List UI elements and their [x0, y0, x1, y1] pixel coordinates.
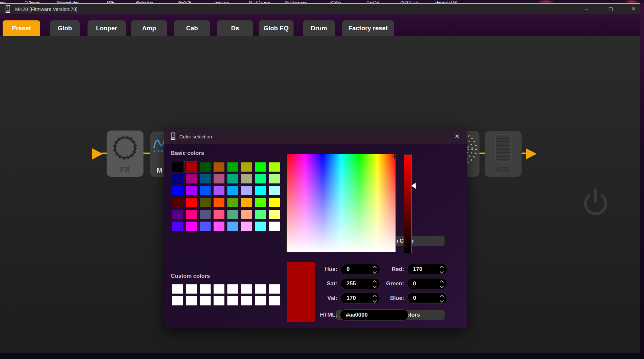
basic-color-swatch[interactable] [214, 174, 224, 183]
tab-cab[interactable]: Cab [174, 20, 210, 36]
custom-color-swatch[interactable] [241, 284, 252, 294]
spin-down-icon[interactable] [440, 299, 444, 303]
red-spinner[interactable] [440, 266, 443, 273]
basic-color-swatch[interactable] [269, 162, 280, 172]
basic-color-swatch[interactable] [172, 186, 183, 195]
custom-color-swatch[interactable] [186, 284, 197, 294]
basic-color-swatch[interactable] [200, 162, 211, 172]
tab-glob[interactable]: Glob [50, 20, 80, 36]
tab-ds[interactable]: Ds [217, 20, 253, 36]
basic-color-swatch[interactable] [172, 174, 183, 183]
green-input[interactable]: 0 [407, 278, 447, 289]
custom-color-swatch[interactable] [255, 284, 266, 294]
custom-color-swatch[interactable] [255, 296, 266, 305]
basic-color-swatch[interactable] [255, 162, 266, 172]
tab-preset[interactable]: Preset [3, 20, 40, 36]
basic-color-swatch[interactable] [269, 222, 280, 231]
spin-up-icon[interactable] [440, 295, 444, 299]
custom-color-swatch[interactable] [269, 284, 280, 294]
custom-color-swatch[interactable] [227, 296, 238, 305]
basic-color-swatch[interactable] [214, 198, 224, 207]
basic-color-swatch[interactable] [269, 174, 280, 183]
green-spinner[interactable] [440, 281, 443, 288]
basic-color-swatch[interactable] [227, 174, 238, 183]
tab-looper[interactable]: Looper [88, 20, 126, 36]
basic-color-swatch[interactable] [186, 174, 197, 183]
spin-down-icon[interactable] [440, 270, 444, 274]
basic-color-swatch[interactable] [269, 210, 280, 219]
basic-color-swatch[interactable] [186, 210, 197, 219]
basic-color-swatch[interactable] [227, 186, 238, 195]
minimize-button[interactable]: – [580, 4, 593, 14]
custom-color-swatch[interactable] [200, 284, 211, 294]
blue-spinner[interactable] [440, 295, 443, 302]
tab-amp[interactable]: Amp [131, 20, 167, 36]
custom-color-swatch[interactable] [200, 296, 211, 305]
basic-color-swatch[interactable] [200, 210, 211, 219]
basic-color-swatch[interactable] [186, 162, 197, 172]
basic-color-swatch[interactable] [255, 174, 266, 183]
basic-color-swatch[interactable] [214, 222, 224, 231]
tab-drum[interactable]: Drum [303, 20, 335, 36]
close-button[interactable]: ✕ [627, 4, 640, 14]
basic-color-swatch[interactable] [227, 162, 238, 172]
blue-input[interactable]: 0 [407, 293, 447, 304]
custom-color-swatch[interactable] [214, 296, 224, 305]
dialog-titlebar[interactable]: Color selection ✕ [164, 129, 467, 144]
hue-value: 0 [347, 266, 349, 273]
tab-factory-reset[interactable]: Factory reset [342, 20, 394, 36]
desktop-icon-label: rem [0, 0, 6, 3]
hue-saturation-picker[interactable] [286, 154, 396, 252]
basic-color-swatch[interactable] [241, 198, 252, 207]
basic-color-swatch[interactable] [172, 222, 183, 231]
basic-color-swatch[interactable] [200, 174, 211, 183]
basic-color-swatch[interactable] [269, 198, 280, 207]
dialog-close-button[interactable]: ✕ [451, 129, 464, 144]
chain-block-fx[interactable]: FX [107, 131, 143, 177]
maximize-button[interactable]: ▢ [604, 4, 617, 14]
basic-color-swatch[interactable] [241, 186, 252, 195]
custom-color-swatch[interactable] [214, 284, 224, 294]
custom-color-swatch[interactable] [241, 296, 252, 305]
basic-color-swatch[interactable] [255, 222, 266, 231]
basic-color-swatch[interactable] [241, 174, 252, 183]
basic-color-swatch[interactable] [227, 210, 238, 219]
custom-color-swatch[interactable] [227, 284, 238, 294]
basic-color-swatch[interactable] [200, 186, 211, 195]
spin-up-icon[interactable] [440, 266, 444, 270]
power-icon[interactable] [579, 186, 612, 220]
basic-color-swatch[interactable] [214, 186, 224, 195]
basic-color-swatch[interactable] [186, 222, 197, 231]
basic-color-swatch[interactable] [172, 162, 183, 172]
basic-color-swatch[interactable] [227, 222, 238, 231]
custom-color-swatch[interactable] [172, 296, 183, 305]
custom-color-swatch[interactable] [269, 296, 280, 305]
basic-color-swatch[interactable] [241, 222, 252, 231]
basic-color-swatch[interactable] [255, 210, 266, 219]
basic-color-swatch[interactable] [214, 210, 224, 219]
chain-block-vol[interactable]: VOL [485, 131, 522, 177]
custom-color-swatch[interactable] [186, 296, 197, 305]
basic-color-swatch[interactable] [241, 210, 252, 219]
html-input[interactable]: #aa0000 [340, 309, 408, 321]
spin-down-icon[interactable] [440, 284, 444, 288]
basic-color-swatch[interactable] [255, 186, 266, 195]
basic-color-swatch[interactable] [172, 210, 183, 219]
basic-color-swatch[interactable] [172, 198, 183, 207]
basic-color-swatch[interactable] [186, 198, 197, 207]
spin-up-icon[interactable] [440, 280, 444, 284]
basic-color-swatch[interactable] [227, 198, 238, 207]
basic-color-swatch[interactable] [241, 162, 252, 172]
blue-label: Blue: [373, 293, 404, 304]
tab-glob-eq[interactable]: Glob EQ [259, 20, 294, 36]
value-slider-marker[interactable] [411, 183, 416, 189]
red-input[interactable]: 170 [407, 264, 447, 275]
value-slider[interactable] [404, 155, 412, 253]
custom-color-swatch[interactable] [172, 284, 183, 294]
basic-color-swatch[interactable] [200, 198, 211, 207]
basic-color-swatch[interactable] [255, 198, 266, 207]
basic-color-swatch[interactable] [269, 186, 280, 195]
basic-color-swatch[interactable] [214, 162, 224, 172]
basic-color-swatch[interactable] [186, 186, 197, 195]
basic-color-swatch[interactable] [200, 222, 211, 231]
